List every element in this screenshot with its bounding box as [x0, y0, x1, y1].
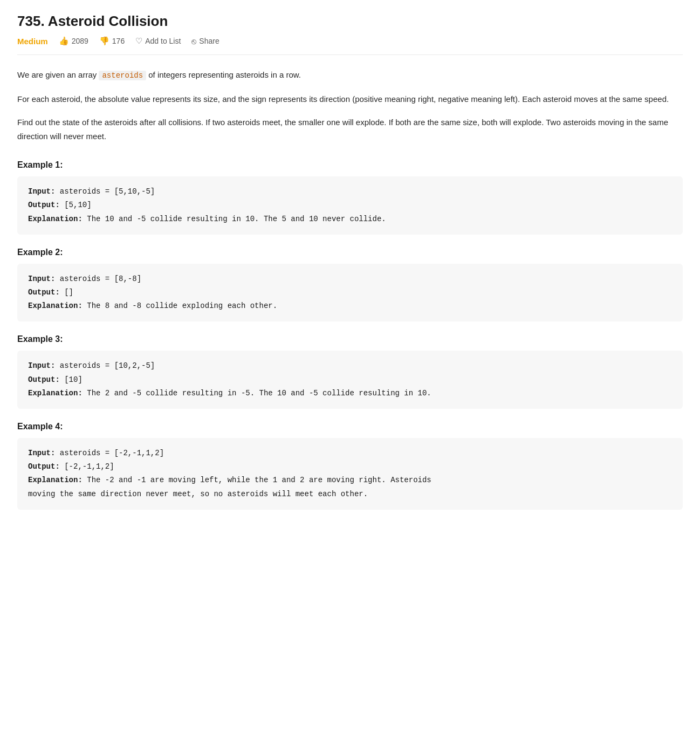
upvotes-button[interactable]: 👍 2089	[59, 36, 88, 46]
page-header: 735. Asteroid Collision Medium 👍 2089 👎 …	[17, 13, 683, 46]
thumbs-down-icon: 👎	[99, 36, 109, 46]
problem-title: 735. Asteroid Collision	[17, 13, 683, 30]
example-4-explanation-value: The -2 and -1 are moving left, while the…	[28, 476, 431, 498]
example-3-explanation-value: The 2 and -5 collide resulting in -5. Th…	[87, 389, 431, 397]
example-2-code: Input: asteroids = [8,-8] Output: [] Exp…	[17, 264, 683, 322]
example-4-input-value: asteroids = [-2,-1,1,2]	[60, 449, 164, 457]
example-1-output-label: Output:	[28, 201, 60, 209]
thumbs-up-icon: 👍	[59, 36, 69, 46]
add-to-list-button[interactable]: ♡ Add to List	[135, 36, 181, 46]
share-label: Share	[199, 37, 219, 45]
example-4-output-value: [-2,-1,1,2]	[64, 462, 114, 471]
example-2: Example 2: Input: asteroids = [8,-8] Out…	[17, 248, 683, 322]
example-4-input-label: Input:	[28, 449, 55, 457]
upvotes-count: 2089	[72, 37, 88, 45]
example-3: Example 3: Input: asteroids = [10,2,-5] …	[17, 334, 683, 409]
problem-body: We are given an array asteroids of integ…	[17, 68, 683, 143]
example-3-code: Input: asteroids = [10,2,-5] Output: [10…	[17, 351, 683, 409]
header-divider	[17, 54, 683, 55]
heart-icon: ♡	[135, 36, 142, 46]
example-1: Example 1: Input: asteroids = [5,10,-5] …	[17, 160, 683, 235]
description-para3: Find out the state of the asteroids afte…	[17, 115, 683, 143]
example-2-output-label: Output:	[28, 288, 60, 297]
example-3-input-label: Input:	[28, 361, 55, 370]
meta-row: Medium 👍 2089 👎 176 ♡ Add to List ⎋ Shar…	[17, 36, 683, 46]
example-1-explanation-label: Explanation:	[28, 215, 83, 223]
example-1-title: Example 1:	[17, 160, 683, 170]
examples-section: Example 1: Input: asteroids = [5,10,-5] …	[17, 160, 683, 509]
asteroids-code: asteroids	[99, 71, 146, 80]
example-3-title: Example 3:	[17, 334, 683, 344]
share-button[interactable]: ⎋ Share	[191, 37, 219, 46]
example-3-output-value: [10]	[64, 375, 83, 384]
example-3-explanation-label: Explanation:	[28, 389, 83, 397]
example-4-output-label: Output:	[28, 462, 60, 471]
example-4-code: Input: asteroids = [-2,-1,1,2] Output: […	[17, 438, 683, 510]
example-1-explanation-value: The 10 and -5 collide resulting in 10. T…	[87, 215, 386, 223]
example-4-explanation-label: Explanation:	[28, 476, 83, 484]
example-2-explanation-label: Explanation:	[28, 301, 83, 310]
example-2-output-value: []	[64, 288, 73, 297]
share-icon: ⎋	[191, 37, 196, 46]
example-4: Example 4: Input: asteroids = [-2,-1,1,2…	[17, 422, 683, 510]
example-3-input-value: asteroids = [10,2,-5]	[60, 361, 155, 370]
description-para1: We are given an array asteroids of integ…	[17, 68, 683, 83]
example-3-output-label: Output:	[28, 375, 60, 384]
example-1-input-label: Input:	[28, 187, 55, 196]
difficulty-badge[interactable]: Medium	[17, 37, 48, 46]
example-2-input-label: Input:	[28, 275, 55, 283]
example-4-title: Example 4:	[17, 422, 683, 431]
example-1-input-value: asteroids = [5,10,-5]	[60, 187, 155, 196]
example-1-code: Input: asteroids = [5,10,-5] Output: [5,…	[17, 176, 683, 235]
downvotes-count: 176	[112, 37, 125, 45]
add-to-list-label: Add to List	[145, 37, 181, 45]
example-1-output-value: [5,10]	[64, 201, 91, 209]
downvotes-button[interactable]: 👎 176	[99, 36, 125, 46]
example-2-title: Example 2:	[17, 248, 683, 257]
description-para2: For each asteroid, the absolute value re…	[17, 92, 683, 106]
example-2-explanation-value: The 8 and -8 collide exploding each othe…	[87, 301, 277, 310]
example-2-input-value: asteroids = [8,-8]	[60, 275, 141, 283]
